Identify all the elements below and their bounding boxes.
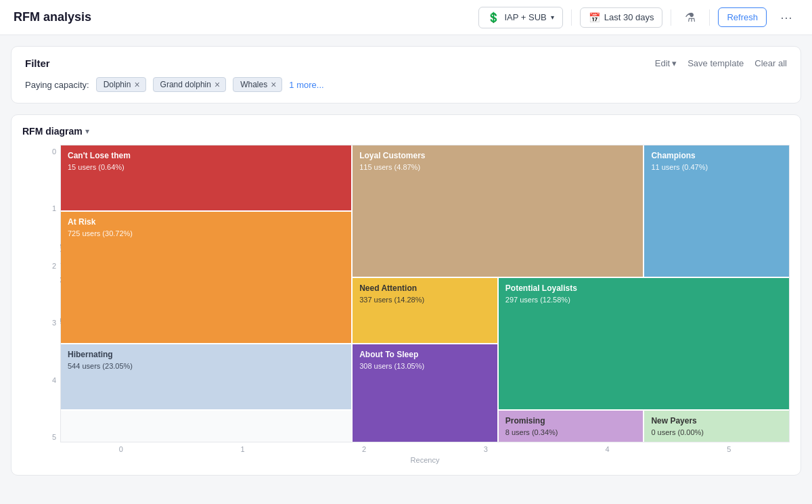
x-label-5: 5 — [668, 445, 790, 453]
need-attention-title: Need Attention — [359, 283, 491, 294]
x-label-0: 0 — [60, 445, 182, 453]
calendar-icon: 📅 — [589, 12, 600, 23]
diagram-header: RFM diagram ▾ — [22, 126, 790, 137]
y-axis: 5 4 3 2 1 0 — [33, 145, 60, 464]
potential-loyalists-users: 297 users (12.58%) — [505, 296, 782, 304]
new-payers-users: 0 users (0.00%) — [651, 428, 782, 436]
more-filters-link[interactable]: 1 more... — [289, 80, 323, 90]
about-to-sleep-users: 308 users (13.05%) — [359, 362, 491, 370]
segment-label: IAP + SUB — [504, 12, 546, 22]
potential-loyalists-title: Potential Loyalists — [505, 283, 782, 294]
chart-container: (Frequency+Monetary)/2 5 4 3 2 1 0 Can't… — [22, 145, 790, 464]
x-axis: 0 1 2 3 4 5 — [60, 442, 790, 453]
new-payers-title: New Payers — [651, 416, 782, 427]
tag-close-dolphin[interactable]: × — [134, 80, 139, 89]
diagram-panel: RFM diagram ▾ (Frequency+Monetary)/2 5 4… — [11, 114, 801, 476]
rfm-grid: Can't Lose them 15 users (0.64%) Loyal C… — [60, 145, 790, 442]
cell-cant-lose-them[interactable]: Can't Lose them 15 users (0.64%) — [61, 145, 351, 210]
x-label-4: 4 — [547, 445, 669, 453]
tag-label-whales: Whales — [240, 80, 267, 89]
promising-title: Promising — [505, 416, 637, 427]
edit-button[interactable]: Edit ▾ — [655, 58, 677, 68]
filter-tag-grand-dolphin: Grand dolphin × — [153, 77, 227, 92]
cell-promising[interactable]: Promising 8 users (0.34%) — [499, 411, 644, 442]
filter-tag-dolphin: Dolphin × — [96, 77, 146, 92]
chart-main: Can't Lose them 15 users (0.64%) Loyal C… — [60, 145, 790, 464]
more-options-button[interactable]: ⋯ — [775, 7, 798, 28]
champions-title: Champions — [651, 151, 782, 162]
page-title: RFM analysis — [14, 10, 478, 24]
divider2 — [671, 9, 671, 26]
tag-label-grand-dolphin: Grand dolphin — [160, 80, 211, 89]
tag-close-whales[interactable]: × — [271, 80, 276, 89]
filter-panel: Filter Edit ▾ Save template Clear all Pa… — [11, 46, 801, 104]
edit-label: Edit — [655, 58, 670, 68]
filter-row: Paying capacity: Dolphin × Grand dolphin… — [25, 77, 787, 92]
refresh-button[interactable]: Refresh — [718, 7, 767, 27]
y-label-0: 0 — [33, 145, 60, 158]
date-range-selector[interactable]: 📅 Last 30 days — [580, 7, 663, 28]
filter-tag-whales: Whales × — [233, 77, 282, 92]
cell-loyal-customers[interactable]: Loyal Customers 115 users (4.87%) — [353, 145, 643, 277]
clear-all-button[interactable]: Clear all — [754, 58, 787, 68]
need-attention-users: 337 users (14.28%) — [359, 296, 491, 304]
chevron-down-icon: ▾ — [551, 14, 554, 21]
filter-icon-btn[interactable]: ⚗ — [679, 7, 701, 28]
date-range-label: Last 30 days — [604, 12, 654, 22]
paying-capacity-label: Paying capacity: — [25, 80, 89, 90]
loyal-users: 115 users (4.87%) — [359, 163, 636, 171]
y-label-2: 2 — [33, 259, 60, 273]
tag-label-dolphin: Dolphin — [104, 80, 131, 89]
diagram-chevron-icon[interactable]: ▾ — [85, 127, 89, 136]
about-to-sleep-title: About To Sleep — [359, 350, 491, 361]
x-label-1: 1 — [182, 445, 304, 453]
divider3 — [709, 9, 710, 26]
cant-lose-title: Can't Lose them — [68, 151, 344, 162]
cell-about-to-sleep[interactable]: About To Sleep 308 users (13.05%) — [353, 344, 497, 442]
at-risk-users: 725 users (30.72%) — [68, 229, 344, 237]
cell-champions[interactable]: Champions 11 users (0.47%) — [644, 145, 789, 277]
header: RFM analysis 💲 IAP + SUB ▾ 📅 Last 30 day… — [0, 0, 812, 35]
y-label-4: 4 — [33, 373, 60, 387]
cell-new-payers[interactable]: New Payers 0 users (0.00%) — [644, 411, 789, 442]
cell-hibernating[interactable]: Hibernating 544 users (23.05%) — [61, 344, 351, 409]
chevron-icon: ▾ — [672, 58, 677, 68]
x-axis-title: Recency — [60, 456, 790, 464]
filter-icon: ⚗ — [685, 11, 696, 24]
dollar-icon: 💲 — [487, 12, 500, 24]
loyal-title: Loyal Customers — [359, 151, 636, 162]
at-risk-title: At Risk — [68, 217, 344, 228]
filter-actions: Edit ▾ Save template Clear all — [655, 58, 787, 68]
tag-close-grand-dolphin[interactable]: × — [215, 80, 220, 89]
y-label-3: 3 — [33, 316, 60, 329]
save-template-button[interactable]: Save template — [687, 58, 744, 68]
promising-users: 8 users (0.34%) — [505, 428, 637, 436]
y-label-1: 1 — [33, 202, 60, 215]
header-controls: 💲 IAP + SUB ▾ 📅 Last 30 days ⚗ Refresh ⋯ — [478, 7, 798, 28]
divider — [571, 9, 572, 26]
diagram-title: RFM diagram — [22, 126, 83, 137]
x-label-3: 3 — [425, 445, 547, 453]
filter-title: Filter — [25, 58, 50, 69]
y-label-5: 5 — [33, 430, 60, 444]
segment-selector[interactable]: 💲 IAP + SUB ▾ — [478, 7, 562, 28]
cell-potential-loyalists[interactable]: Potential Loyalists 297 users (12.58%) — [499, 278, 789, 409]
filter-header: Filter Edit ▾ Save template Clear all — [25, 58, 787, 69]
y-axis-title-container: (Frequency+Monetary)/2 — [22, 145, 33, 464]
x-label-2: 2 — [303, 445, 425, 453]
hibernating-title: Hibernating — [68, 350, 344, 361]
hibernating-users: 544 users (23.05%) — [68, 362, 344, 370]
cell-at-risk[interactable]: At Risk 725 users (30.72%) — [61, 212, 351, 343]
more-icon: ⋯ — [780, 11, 793, 24]
cell-empty — [61, 411, 351, 442]
cell-need-attention[interactable]: Need Attention 337 users (14.28%) — [353, 278, 497, 343]
champions-users: 11 users (0.47%) — [651, 163, 782, 171]
cant-lose-users: 15 users (0.64%) — [68, 163, 344, 171]
